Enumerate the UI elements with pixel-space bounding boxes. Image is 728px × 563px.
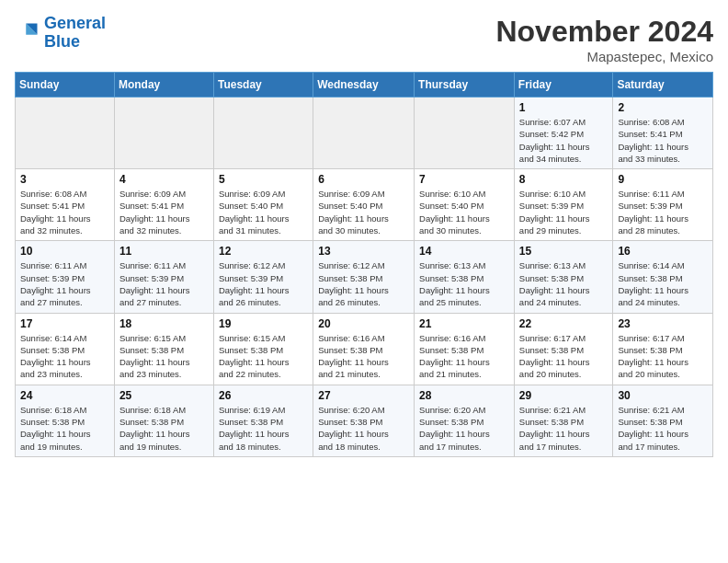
calendar-table: SundayMondayTuesdayWednesdayThursdayFrid… [15,72,713,457]
calendar-cell [16,98,115,169]
calendar-cell: 24Sunrise: 6:18 AM Sunset: 5:38 PM Dayli… [16,385,115,456]
day-info: Sunrise: 6:17 AM Sunset: 5:38 PM Dayligh… [618,332,708,381]
day-number: 21 [419,317,509,330]
day-number: 11 [119,245,209,258]
day-number: 7 [419,173,509,186]
day-info: Sunrise: 6:09 AM Sunset: 5:40 PM Dayligh… [219,188,308,236]
logo-text: General Blue [44,15,106,52]
day-number: 18 [119,317,209,330]
calendar-week-row: 1Sunrise: 6:07 AM Sunset: 5:42 PM Daylig… [16,98,713,169]
calendar-cell [114,98,213,169]
calendar-cell: 13Sunrise: 6:12 AM Sunset: 5:38 PM Dayli… [313,241,415,313]
day-number: 16 [618,245,708,258]
day-number: 19 [219,317,308,330]
location: Mapastepec, Mexico [495,49,713,64]
calendar-cell: 11Sunrise: 6:11 AM Sunset: 5:39 PM Dayli… [114,241,213,313]
day-info: Sunrise: 6:14 AM Sunset: 5:38 PM Dayligh… [20,332,109,381]
day-info: Sunrise: 6:09 AM Sunset: 5:41 PM Dayligh… [119,188,209,236]
day-info: Sunrise: 6:11 AM Sunset: 5:39 PM Dayligh… [119,259,209,308]
calendar-cell: 15Sunrise: 6:13 AM Sunset: 5:38 PM Dayli… [514,241,613,313]
day-info: Sunrise: 6:19 AM Sunset: 5:38 PM Dayligh… [219,404,308,453]
day-header: Monday [114,73,213,98]
day-info: Sunrise: 6:11 AM Sunset: 5:39 PM Dayligh… [20,259,109,308]
calendar-cell: 3Sunrise: 6:08 AM Sunset: 5:41 PM Daylig… [16,169,115,241]
calendar-cell: 18Sunrise: 6:15 AM Sunset: 5:38 PM Dayli… [114,313,213,385]
day-header: Friday [514,73,613,98]
calendar-cell: 22Sunrise: 6:17 AM Sunset: 5:38 PM Dayli… [514,313,613,385]
calendar-cell: 6Sunrise: 6:09 AM Sunset: 5:40 PM Daylig… [313,169,415,241]
day-number: 20 [318,317,409,330]
day-header: Sunday [16,73,115,98]
day-header: Wednesday [313,73,415,98]
day-info: Sunrise: 6:12 AM Sunset: 5:39 PM Dayligh… [219,259,308,308]
calendar-cell: 20Sunrise: 6:16 AM Sunset: 5:38 PM Dayli… [313,313,415,385]
calendar-cell: 28Sunrise: 6:20 AM Sunset: 5:38 PM Dayli… [415,385,515,456]
calendar-cell: 21Sunrise: 6:16 AM Sunset: 5:38 PM Dayli… [415,313,515,385]
calendar-cell: 4Sunrise: 6:09 AM Sunset: 5:41 PM Daylig… [114,169,213,241]
day-number: 24 [20,389,109,402]
day-number: 12 [219,245,308,258]
day-info: Sunrise: 6:14 AM Sunset: 5:38 PM Dayligh… [618,259,708,308]
day-number: 25 [119,389,209,402]
day-info: Sunrise: 6:07 AM Sunset: 5:42 PM Dayligh… [519,116,609,165]
day-number: 13 [318,245,409,258]
day-number: 26 [219,389,308,402]
calendar-cell: 16Sunrise: 6:14 AM Sunset: 5:38 PM Dayli… [613,241,713,313]
day-info: Sunrise: 6:13 AM Sunset: 5:38 PM Dayligh… [519,259,609,308]
day-number: 28 [419,389,509,402]
day-number: 14 [419,245,509,258]
calendar-cell: 10Sunrise: 6:11 AM Sunset: 5:39 PM Dayli… [16,241,115,313]
calendar-cell: 1Sunrise: 6:07 AM Sunset: 5:42 PM Daylig… [514,98,613,169]
day-number: 22 [519,317,609,330]
day-number: 30 [618,389,708,402]
day-info: Sunrise: 6:16 AM Sunset: 5:38 PM Dayligh… [419,332,509,381]
day-info: Sunrise: 6:10 AM Sunset: 5:39 PM Dayligh… [519,188,609,236]
day-number: 9 [618,173,708,186]
day-info: Sunrise: 6:18 AM Sunset: 5:38 PM Dayligh… [20,404,109,453]
day-info: Sunrise: 6:10 AM Sunset: 5:40 PM Dayligh… [419,188,509,236]
day-info: Sunrise: 6:13 AM Sunset: 5:38 PM Dayligh… [419,259,509,308]
calendar-cell: 7Sunrise: 6:10 AM Sunset: 5:40 PM Daylig… [415,169,515,241]
day-header: Saturday [613,73,713,98]
day-number: 8 [519,173,609,186]
day-number: 15 [519,245,609,258]
day-info: Sunrise: 6:21 AM Sunset: 5:38 PM Dayligh… [519,404,609,453]
calendar-cell [213,98,313,169]
logo-icon [15,20,40,46]
day-info: Sunrise: 6:20 AM Sunset: 5:38 PM Dayligh… [419,404,509,453]
day-number: 2 [618,101,708,114]
day-header: Thursday [415,73,515,98]
calendar-cell: 27Sunrise: 6:20 AM Sunset: 5:38 PM Dayli… [313,385,415,456]
calendar-cell: 23Sunrise: 6:17 AM Sunset: 5:38 PM Dayli… [613,313,713,385]
day-number: 10 [20,245,109,258]
calendar-cell: 9Sunrise: 6:11 AM Sunset: 5:39 PM Daylig… [613,169,713,241]
day-number: 1 [519,101,609,114]
day-header: Tuesday [213,73,313,98]
calendar-cell: 26Sunrise: 6:19 AM Sunset: 5:38 PM Dayli… [213,385,313,456]
calendar-cell: 19Sunrise: 6:15 AM Sunset: 5:38 PM Dayli… [213,313,313,385]
calendar-cell: 14Sunrise: 6:13 AM Sunset: 5:38 PM Dayli… [415,241,515,313]
day-info: Sunrise: 6:15 AM Sunset: 5:38 PM Dayligh… [119,332,209,381]
calendar-body: 1Sunrise: 6:07 AM Sunset: 5:42 PM Daylig… [16,98,713,457]
calendar-cell: 12Sunrise: 6:12 AM Sunset: 5:39 PM Dayli… [213,241,313,313]
day-number: 3 [20,173,109,186]
day-info: Sunrise: 6:08 AM Sunset: 5:41 PM Dayligh… [20,188,109,236]
day-number: 17 [20,317,109,330]
calendar-cell: 5Sunrise: 6:09 AM Sunset: 5:40 PM Daylig… [213,169,313,241]
calendar-cell [313,98,415,169]
day-info: Sunrise: 6:11 AM Sunset: 5:39 PM Dayligh… [618,188,708,236]
day-info: Sunrise: 6:08 AM Sunset: 5:41 PM Dayligh… [618,116,708,165]
calendar-cell [415,98,515,169]
day-info: Sunrise: 6:18 AM Sunset: 5:38 PM Dayligh… [119,404,209,453]
day-number: 23 [618,317,708,330]
calendar-week-row: 10Sunrise: 6:11 AM Sunset: 5:39 PM Dayli… [16,241,713,313]
calendar-header: SundayMondayTuesdayWednesdayThursdayFrid… [16,73,713,98]
day-number: 29 [519,389,609,402]
day-number: 6 [318,173,409,186]
month-title: November 2024 [495,15,713,49]
day-number: 5 [219,173,308,186]
calendar-cell: 25Sunrise: 6:18 AM Sunset: 5:38 PM Dayli… [114,385,213,456]
title-block: November 2024 Mapastepec, Mexico [495,15,713,64]
calendar-cell: 29Sunrise: 6:21 AM Sunset: 5:38 PM Dayli… [514,385,613,456]
calendar-week-row: 24Sunrise: 6:18 AM Sunset: 5:38 PM Dayli… [16,385,713,456]
